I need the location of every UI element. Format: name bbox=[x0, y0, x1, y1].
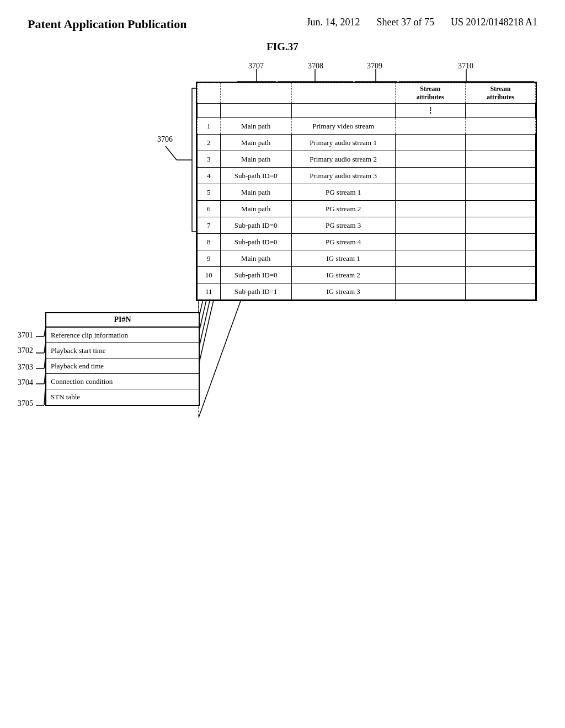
patent-number: US 2012/0148218 A1 bbox=[451, 17, 537, 28]
table-header-row: Streamattributes Streamattributes bbox=[198, 83, 536, 104]
pi-row-stn: STN table bbox=[46, 389, 199, 405]
label-3709: 3709 bbox=[367, 62, 382, 71]
header-right: Jun. 14, 2012 Sheet 37 of 75 US 2012/014… bbox=[306, 17, 537, 28]
table-row: 10 Sub-path ID=0 IG stream 2 bbox=[198, 267, 536, 283]
page-header: Patent Application Publication Jun. 14, … bbox=[0, 0, 565, 38]
label-3707: 3707 bbox=[248, 62, 264, 71]
fig-title: FIG.37 bbox=[266, 41, 299, 52]
label-3701: 3701 bbox=[18, 331, 33, 340]
label-3702: 3702 bbox=[18, 346, 33, 355]
svg-line-4 bbox=[166, 146, 177, 160]
label-3706: 3706 bbox=[157, 135, 173, 144]
label-3703: 3703 bbox=[18, 363, 33, 372]
col-header-attrs1: Streamattributes bbox=[417, 85, 444, 101]
label-3708: 3708 bbox=[308, 62, 323, 71]
table-row: 6 Main path PG stream 2 bbox=[198, 201, 536, 217]
table-row: 7 Sub-path ID=0 PG stream 3 bbox=[198, 217, 536, 234]
label-3710: 3710 bbox=[458, 62, 473, 71]
pi-row-start: Playback start time bbox=[46, 343, 199, 358]
table-row: 4 Sub-path ID=0 Primary audio stream 3 bbox=[198, 168, 536, 184]
pi-row-end: Playback end time bbox=[46, 358, 199, 374]
table-row: 1 Main path Primary video stream bbox=[198, 118, 536, 135]
table-row: 11 Sub-path ID=1 IG stream 3 bbox=[198, 283, 536, 300]
table-row: 9 Main path IG stream 1 bbox=[198, 250, 536, 267]
table-row: 5 Main path PG stream 1 bbox=[198, 184, 536, 201]
sheet-info: Sheet 37 of 75 bbox=[376, 17, 434, 28]
table-row: 3 Main path Primary audio stream 2 bbox=[198, 151, 536, 168]
pi-row-ref: Reference clip information bbox=[46, 328, 199, 343]
table-row: 2 Main path Primary audio stream 1 bbox=[198, 135, 536, 151]
main-data-table: Streamattributes Streamattributes ⋮ 1 Ma… bbox=[196, 82, 537, 301]
publication-title: Patent Application Publication bbox=[28, 17, 186, 33]
col-header-attrs2: Streamattributes bbox=[487, 85, 514, 101]
pi-info-box: PI#N Reference clip information Playback… bbox=[45, 312, 200, 406]
label-3704: 3704 bbox=[18, 378, 33, 387]
table-row: 8 Sub-path ID=0 PG stream 4 bbox=[198, 234, 536, 250]
label-3705: 3705 bbox=[18, 399, 33, 408]
pi-box-header: PI#N bbox=[46, 313, 199, 328]
table-dots-row: ⋮ bbox=[198, 104, 536, 118]
pi-row-conn: Connection condition bbox=[46, 374, 199, 389]
pub-date: Jun. 14, 2012 bbox=[306, 17, 360, 28]
